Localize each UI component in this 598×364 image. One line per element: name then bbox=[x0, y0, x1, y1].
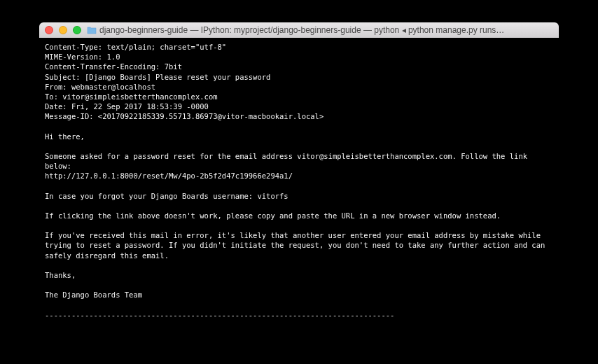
terminal-body[interactable]: Content-Type: text/plain; charset="utf-8… bbox=[39, 38, 559, 342]
maximize-icon[interactable] bbox=[73, 26, 81, 34]
terminal-window: django-beginners-guide — IPython: myproj… bbox=[39, 22, 559, 342]
terminal-output: Content-Type: text/plain; charset="utf-8… bbox=[45, 42, 553, 320]
close-icon[interactable] bbox=[45, 26, 53, 34]
window-titlebar[interactable]: django-beginners-guide — IPython: myproj… bbox=[39, 22, 559, 38]
minimize-icon[interactable] bbox=[59, 26, 67, 34]
folder-icon bbox=[87, 26, 97, 34]
window-title: django-beginners-guide — IPython: myproj… bbox=[99, 25, 553, 35]
traffic-lights bbox=[45, 26, 81, 34]
